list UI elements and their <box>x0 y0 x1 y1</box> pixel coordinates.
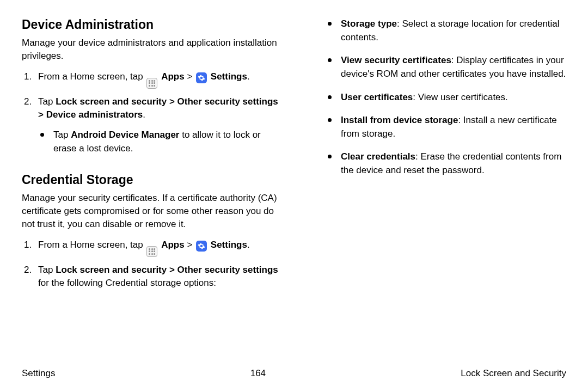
page-number: 164 <box>250 368 266 379</box>
bold-text: User certificates <box>341 92 413 102</box>
credential-storage-title: Credential Storage <box>22 173 279 187</box>
apps-icon <box>146 78 157 89</box>
footer-left: Settings <box>22 368 55 379</box>
bold-text: Android Device Manager <box>71 130 179 140</box>
step-text: . <box>143 109 145 120</box>
sublist: Tap Android Device Manager to allow it t… <box>38 128 279 155</box>
apps-icon <box>146 246 157 257</box>
item-text: : View user certificates. <box>413 92 507 102</box>
device-admin-steps: From a Home screen, tap Apps > Settings.… <box>22 70 279 156</box>
bold-text: Install from device storage <box>341 115 458 125</box>
footer-right: Lock Screen and Security <box>461 368 566 379</box>
list-item: Tap Android Device Manager to allow it t… <box>38 128 279 155</box>
settings-label: Settings <box>211 71 247 82</box>
credential-storage-desc: Manage your security certificates. If a … <box>22 192 279 230</box>
credential-storage-steps: From a Home screen, tap Apps > Settings.… <box>22 238 279 290</box>
list-item: From a Home screen, tap Apps > Settings. <box>22 70 279 89</box>
page-footer: Settings 164 Lock Screen and Security <box>22 368 566 379</box>
apps-label: Apps <box>161 240 185 250</box>
device-admin-title: Device Administration <box>22 17 279 32</box>
step-text: for the following Credential storage opt… <box>38 278 216 288</box>
bold-text: Storage type <box>341 19 397 29</box>
apps-label: Apps <box>161 71 185 82</box>
device-admin-desc: Manage your device administrators and ap… <box>22 36 279 63</box>
list-item: User certificates: View user certificate… <box>326 91 566 105</box>
step-text: Tap <box>38 96 56 107</box>
list-item: View security certificates: Display cert… <box>326 54 566 81</box>
settings-icon <box>196 72 207 83</box>
step-text: From a Home screen, tap <box>38 71 145 82</box>
sep: > <box>185 71 195 82</box>
step-text: From a Home screen, tap <box>38 240 145 250</box>
right-column: Storage type: Select a storage location … <box>309 17 566 297</box>
settings-label: Settings <box>211 240 247 250</box>
sep: > <box>185 240 195 250</box>
left-column: Device Administration Manage your device… <box>22 17 279 297</box>
step-text: . <box>247 71 250 82</box>
list-item: Install from device storage: Install a n… <box>326 114 566 140</box>
step-text: Tap <box>38 265 56 275</box>
bold-text: Lock screen and security > Other securit… <box>38 96 278 120</box>
step-text: Tap <box>53 130 71 140</box>
list-item: Storage type: Select a storage location … <box>326 17 566 44</box>
list-item: Tap Lock screen and security > Other sec… <box>22 264 279 290</box>
list-item: From a Home screen, tap Apps > Settings. <box>22 238 279 257</box>
bold-text: Lock screen and security > Other securit… <box>56 265 278 275</box>
list-item: Tap Lock screen and security > Other sec… <box>22 95 279 156</box>
credential-options-list: Storage type: Select a storage location … <box>309 17 566 177</box>
list-item: Clear credentials: Erase the credential … <box>326 150 566 177</box>
step-text: . <box>247 240 250 250</box>
bold-text: View security certificates <box>341 55 451 65</box>
bold-text: Clear credentials <box>341 151 415 162</box>
settings-icon <box>196 241 207 252</box>
